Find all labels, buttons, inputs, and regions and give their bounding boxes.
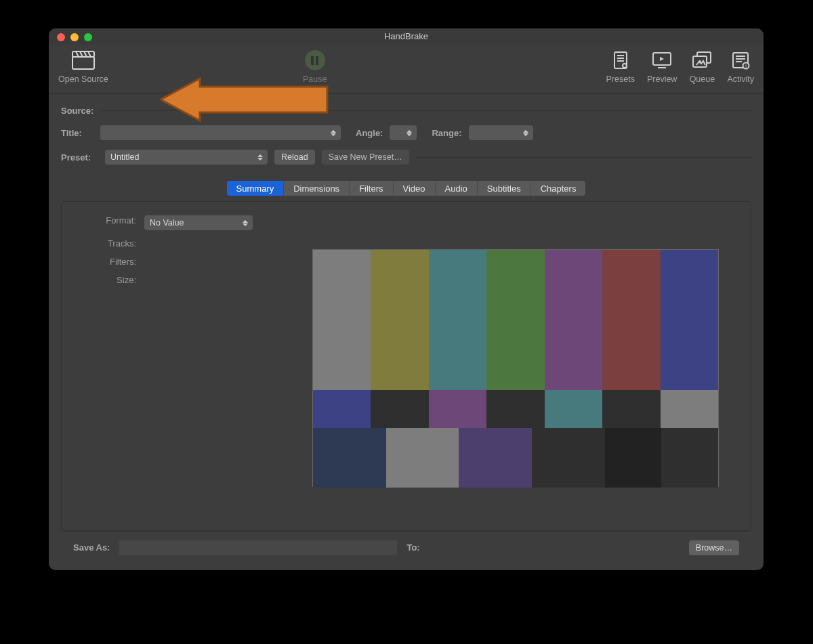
tab-dimensions[interactable]: Dimensions: [284, 181, 350, 196]
title-label: Title:: [61, 128, 93, 138]
range-select[interactable]: [469, 125, 533, 140]
pause-label: Pause: [303, 74, 327, 84]
tracks-label: Tracks:: [96, 238, 136, 249]
titlebar: HandBrake: [49, 28, 764, 45]
save-as-input[interactable]: [119, 540, 397, 555]
size-label: Size:: [96, 275, 136, 285]
chevron-updown-icon: [521, 127, 530, 138]
tab-summary[interactable]: Summary: [227, 181, 285, 196]
presets-label: Presets: [606, 74, 635, 84]
preset-select[interactable]: Untitled: [105, 150, 268, 165]
open-source-label: Open Source: [58, 74, 108, 84]
queue-icon: [689, 49, 715, 72]
clapperboard-icon: [70, 49, 96, 72]
tab-chapters[interactable]: Chapters: [531, 181, 586, 196]
svg-marker-5: [660, 57, 664, 61]
summary-panel: Format: No Value Tracks: Filters: Size:: [61, 201, 751, 531]
tab-audio[interactable]: Audio: [436, 181, 478, 196]
format-select[interactable]: No Value: [144, 215, 253, 230]
save-new-preset-button[interactable]: Save New Preset…: [322, 150, 409, 165]
chevron-updown-icon: [329, 127, 338, 138]
tab-bar: SummaryDimensionsFiltersVideoAudioSubtit…: [227, 181, 586, 196]
pause-button: Pause: [302, 49, 328, 84]
queue-button[interactable]: Queue: [689, 49, 715, 84]
source-label: Source:: [61, 106, 93, 116]
pause-icon: [305, 50, 325, 70]
presets-icon: [608, 49, 633, 72]
to-label: To:: [406, 542, 419, 553]
preview-icon: [649, 49, 675, 72]
tab-filters[interactable]: Filters: [350, 181, 393, 196]
activity-button[interactable]: i Activity: [727, 49, 754, 84]
reload-button[interactable]: Reload: [274, 150, 315, 165]
format-label: Format:: [96, 215, 136, 230]
tab-subtitles[interactable]: Subtitles: [478, 181, 531, 196]
svg-point-3: [623, 64, 627, 68]
chevron-updown-icon: [255, 152, 265, 163]
activity-label: Activity: [727, 74, 754, 84]
tab-video[interactable]: Video: [394, 181, 436, 196]
queue-label: Queue: [690, 74, 715, 84]
preview-button[interactable]: Preview: [647, 49, 677, 84]
angle-select[interactable]: [390, 125, 417, 140]
browse-button[interactable]: Browse…: [689, 540, 739, 555]
filters-label: Filters:: [96, 257, 136, 267]
activity-icon: i: [728, 49, 753, 72]
range-label: Range:: [432, 128, 461, 138]
angle-label: Angle:: [356, 128, 383, 138]
preview-label: Preview: [647, 74, 677, 84]
main-body: Source: Title: Angle: Range: Preset: Unt…: [49, 93, 764, 570]
chevron-updown-icon: [404, 127, 414, 138]
footer: Save As: To: Browse…: [61, 531, 751, 563]
open-source-button[interactable]: Open Source: [58, 49, 108, 84]
chevron-updown-icon: [241, 217, 250, 228]
presets-button[interactable]: Presets: [606, 49, 635, 84]
svg-rect-0: [72, 57, 94, 69]
title-select[interactable]: [100, 125, 341, 140]
window-title: HandBrake: [49, 31, 764, 41]
preview-thumbnail: [312, 249, 719, 487]
save-as-label: Save As:: [73, 542, 110, 553]
divider: [100, 110, 751, 111]
divider: [416, 157, 751, 158]
app-window: HandBrake Open Source Pause Presets: [49, 28, 764, 570]
preset-label: Preset:: [61, 152, 98, 163]
toolbar: Open Source Pause Presets Preview Queue: [49, 45, 764, 93]
